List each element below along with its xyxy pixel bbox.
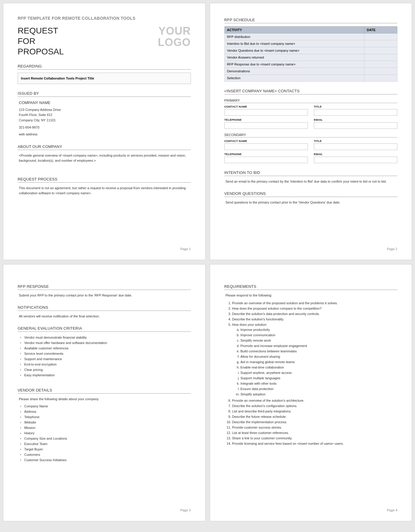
heading-about: ABOUT OUR COMPANY (18, 144, 191, 150)
page-1: RFP TEMPLATE FOR REMOTE COLLABORATION TO… (3, 3, 206, 260)
list-item: Ensure data protection (241, 386, 398, 392)
criteria-list: Vendor must demonstrate financial stabil… (18, 335, 191, 378)
company-block: COMPANY NAME 123 Company Address Drive F… (18, 100, 191, 137)
page-number: Page 3 (18, 508, 191, 512)
heading-requirements: REQUIREMENTS (224, 284, 398, 290)
subheading-primary: PRIMARY (224, 99, 398, 103)
table-row: Vendor Questions due to <insert company … (224, 47, 397, 54)
notifications-text: All vendors will receive notification of… (18, 314, 191, 319)
list-item: Support and maintenance (20, 356, 191, 362)
company-addr1: 123 Company Address Drive (19, 107, 191, 113)
list-item: Provide an overview of the proposed solu… (232, 300, 398, 306)
list-item: Describe the solution's data protection … (232, 311, 398, 317)
page-number: Page 2 (224, 247, 398, 251)
company-phone: 321-654-9870 (19, 125, 191, 130)
input-secondary-name[interactable] (224, 143, 308, 150)
company-addr3: Company City, NY 11101 (19, 118, 191, 123)
list-item: Describe the solution's functionality. (232, 317, 398, 322)
label-telephone: TELEPHONE (224, 118, 308, 121)
heading-intention: INTENTION TO BID (224, 170, 398, 176)
heading-schedule: RFP SCHEDULE (224, 18, 398, 23)
logo-placeholder: YOUR LOGO (158, 25, 191, 48)
list-item: List and describe third-party integratio… (232, 409, 398, 414)
date-cell[interactable] (364, 61, 397, 68)
col-date: DATE (364, 27, 397, 33)
activity-cell: RFP distribution (224, 33, 364, 40)
date-cell[interactable] (364, 68, 397, 75)
input-secondary-phone[interactable] (224, 157, 308, 163)
activity-cell: Demonstrations (224, 68, 364, 75)
list-item: Vendor must demonstrate financial stabil… (20, 335, 191, 340)
list-item: Simplify remote work (241, 338, 398, 343)
label-contact-name: CONTACT NAME (224, 139, 308, 143)
about-text: <Provide general overview of <insert com… (18, 153, 191, 163)
heading-notifications: NOTIFICATIONS (18, 305, 191, 311)
input-primary-email[interactable] (314, 122, 397, 129)
list-item: Executive Team (20, 441, 191, 447)
heading-issued-by: ISSUED BY (18, 91, 191, 97)
list-item: Target Buyer (20, 447, 191, 452)
list-item: Promote and increase employee engagement (241, 343, 398, 348)
list-item: Support multiple languages (241, 375, 398, 381)
date-cell[interactable] (364, 33, 397, 40)
list-item: Support anytime, anywhere access (241, 370, 398, 375)
vendor-details-intro: Please share the following details about… (18, 397, 191, 402)
subheading-secondary: SECONDARY (224, 133, 398, 137)
heading-vendor-details: VENDOR DETAILS (18, 388, 191, 394)
table-row: Intention to Bid due to <insert company … (224, 40, 397, 47)
date-cell[interactable] (364, 47, 397, 54)
list-item: Provide an overview of the solution's ar… (232, 398, 398, 403)
label-contact-name: CONTACT NAME (224, 105, 308, 108)
page-number: Page 1 (18, 247, 191, 251)
label-email: EMAIL (314, 152, 397, 156)
table-row: RFP Response due to <insert company name… (224, 61, 397, 68)
schedule-table: ACTIVITY DATE RFP distributionIntention … (224, 26, 398, 82)
input-primary-name[interactable] (224, 109, 308, 116)
heading-vendor-questions: VENDOR QUESTIONS (224, 191, 398, 197)
requirements-list: Provide an overview of the proposed solu… (224, 300, 398, 446)
list-item: Address (20, 409, 191, 414)
date-cell[interactable] (364, 54, 397, 61)
company-name: COMPANY NAME (19, 100, 191, 106)
list-item: Customers (20, 452, 191, 457)
company-addr2: Fourth Floor, Suite 412 (19, 112, 191, 118)
input-primary-phone[interactable] (224, 122, 308, 129)
heading-regarding: REGARDING (18, 64, 191, 70)
activity-cell: Selection (224, 75, 364, 82)
label-telephone: TELEPHONE (224, 152, 308, 156)
page-4: REQUIREMENTS Please respond to the follo… (210, 264, 412, 521)
page-3: RFP RESPONSE Submit your RFP to the prim… (3, 264, 206, 521)
company-web: web address (19, 132, 191, 137)
list-item: Available customer references (20, 346, 191, 351)
list-item: Describe the future release schedule. (232, 414, 398, 419)
regarding-input[interactable]: Insert Remote Collaboration Tools Projec… (18, 73, 191, 84)
list-item: Service level commitments (20, 351, 191, 356)
doc-title: REQUEST FOR PROPOSAL (18, 25, 64, 57)
input-primary-title[interactable] (314, 109, 397, 116)
input-secondary-email[interactable] (314, 157, 397, 163)
activity-cell: RFP Response due to <insert company name… (224, 61, 364, 68)
date-cell[interactable] (364, 40, 397, 47)
heading-rfp-response: RFP RESPONSE (18, 284, 191, 290)
vendor-details-list: Company NameAddressTelephoneWebsiteMissi… (18, 403, 191, 463)
list-item: Provide licensing and service fees based… (232, 441, 398, 446)
list-item: List at least three customer references. (232, 430, 398, 435)
activity-cell: Vendor Answers returned (224, 54, 364, 61)
list-item: Customer Success Initiatives (20, 457, 191, 463)
list-item: Company Size and Locations (20, 436, 191, 441)
list-item: Enable real-time collaboration (241, 365, 398, 370)
label-title: TITLE (314, 105, 397, 108)
input-secondary-title[interactable] (314, 143, 397, 150)
list-item: Website (20, 420, 191, 425)
table-row: Vendor Answers returned (224, 54, 397, 61)
table-row: Selection (224, 75, 397, 82)
activity-cell: Intention to Bid due to <insert company … (224, 40, 364, 47)
activity-cell: Vendor Questions due to <insert company … (224, 47, 364, 54)
list-item: Build connections between teammates (241, 348, 398, 354)
list-item: Telephone (20, 414, 191, 420)
list-item: End-to-end encryption (20, 362, 191, 367)
requirements-sublist: Improve productivityImprove communicatio… (232, 327, 398, 397)
date-cell[interactable] (364, 75, 397, 82)
list-item: Integrate with other tools (241, 381, 398, 386)
list-item: Improve communication (241, 332, 398, 338)
